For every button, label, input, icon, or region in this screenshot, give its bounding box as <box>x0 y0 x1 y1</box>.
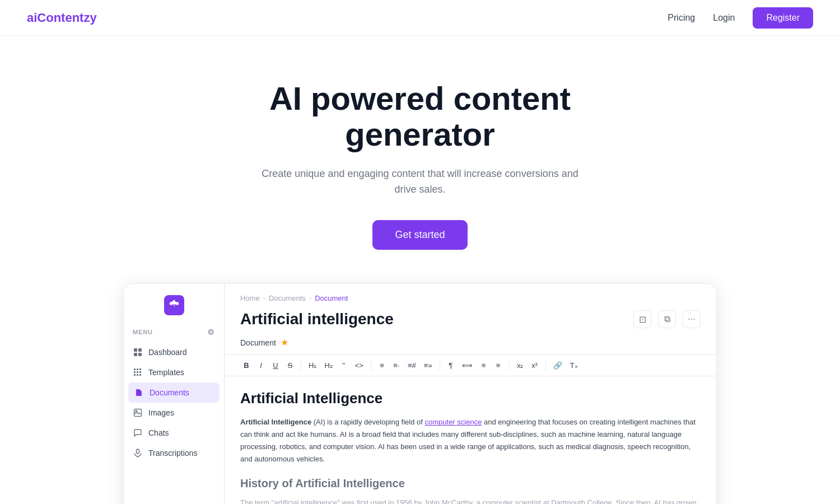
tb-subscript[interactable]: x₂ <box>514 360 526 371</box>
sidebar-item-label-transcriptions: Transcriptions <box>148 449 197 458</box>
login-link[interactable]: Login <box>713 13 735 23</box>
images-icon <box>133 408 143 418</box>
tb-quote[interactable]: " <box>338 360 350 371</box>
svg-rect-1 <box>138 348 142 352</box>
tb-list-ol[interactable]: ≡· <box>390 360 403 371</box>
svg-rect-2 <box>134 353 137 356</box>
hero-title: AI powered content generator <box>196 81 644 152</box>
get-started-button[interactable]: Get started <box>372 220 467 250</box>
tb-strikethrough[interactable]: S <box>284 360 296 371</box>
editor-p1-bold: Artificial Intelligence <box>240 418 311 426</box>
sidebar-logo <box>124 295 224 325</box>
tb-list-num[interactable]: ≡# <box>405 360 419 371</box>
sidebar-item-images[interactable]: Images <box>124 403 224 423</box>
tb-superscript[interactable]: x² <box>529 360 541 371</box>
preview-wrapper: MENU ⚙ Dashboard Templates Documents <box>0 283 840 504</box>
editor-p1-link[interactable]: computer science <box>425 418 482 426</box>
logo-icon <box>164 295 184 315</box>
transcriptions-icon <box>133 448 143 458</box>
main-content: Home › Documents › Document Artificial i… <box>225 284 716 504</box>
tb-code[interactable]: <> <box>352 360 366 371</box>
editor-h2: History of Artificial Intelligence <box>240 477 701 490</box>
tb-sep-2 <box>371 361 371 371</box>
dashboard-icon <box>133 347 143 357</box>
tb-format-clear[interactable]: Tₓ <box>567 360 581 371</box>
svg-rect-6 <box>139 368 141 370</box>
sidebar-item-documents[interactable]: Documents <box>128 382 220 403</box>
svg-rect-4 <box>134 368 136 370</box>
gear-logo-icon <box>168 299 180 311</box>
tb-underline[interactable]: U <box>269 360 282 371</box>
bc-home[interactable]: Home <box>240 294 260 302</box>
editor-p1-intro: (AI) is a rapidly developing field of <box>314 418 425 426</box>
sidebar-item-dashboard[interactable]: Dashboard <box>124 342 224 362</box>
svg-rect-3 <box>138 353 142 356</box>
tb-list-ul[interactable]: ≡ <box>376 360 388 371</box>
sidebar-item-transcriptions[interactable]: Transcriptions <box>124 443 224 463</box>
hero-section: AI powered content generator Create uniq… <box>0 36 840 283</box>
svg-rect-12 <box>139 374 141 376</box>
doc-header: Artificial intelligence ⊡ ⧉ ··· <box>225 308 716 337</box>
tb-align-right[interactable]: ≡ <box>492 360 505 371</box>
sidebar-menu-label: MENU ⚙ <box>124 325 224 342</box>
sidebar-item-label-documents: Documents <box>150 388 189 397</box>
svg-rect-10 <box>134 374 136 376</box>
chats-icon <box>133 428 143 438</box>
tb-align-left[interactable]: ⟺ <box>459 360 475 371</box>
svg-rect-8 <box>137 371 138 373</box>
more-action-button[interactable]: ··· <box>683 310 701 328</box>
tb-link[interactable]: 🔗 <box>550 360 565 371</box>
editor-toolbar: B I U S H₁ H₂ " <> ≡ ≡· ≡# ≡» ¶ ⟺ ≡ ≡ <box>225 354 716 376</box>
editor-body[interactable]: Artificial Intelligence Artificial Intel… <box>225 376 716 504</box>
register-button[interactable]: Register <box>753 7 813 29</box>
doc-tab-row: Document ★ <box>225 337 716 354</box>
nav-right: Pricing Login Register <box>668 7 813 29</box>
doc-title: Artificial intelligence <box>240 310 394 328</box>
bc-documents[interactable]: Documents <box>269 294 306 302</box>
sidebar-item-templates[interactable]: Templates <box>124 362 224 382</box>
sidebar-item-label-templates: Templates <box>148 368 184 377</box>
svg-rect-11 <box>137 374 138 376</box>
tb-sep-1 <box>301 361 301 371</box>
templates-icon <box>133 367 143 377</box>
sidebar: MENU ⚙ Dashboard Templates Documents <box>124 284 225 504</box>
svg-rect-9 <box>139 371 141 373</box>
tb-sep-5 <box>545 361 546 371</box>
svg-rect-13 <box>134 409 142 417</box>
save-action-button[interactable]: ⊡ <box>633 310 651 328</box>
tb-h2[interactable]: H₂ <box>321 360 335 371</box>
tb-bold[interactable]: B <box>240 360 253 371</box>
bc-sep-1: › <box>263 294 265 302</box>
sidebar-item-label-dashboard: Dashboard <box>148 348 187 357</box>
tb-align-center[interactable]: ≡ <box>478 360 490 371</box>
bc-current: Document <box>315 294 348 302</box>
copy-action-button[interactable]: ⧉ <box>658 310 676 328</box>
tb-sep-4 <box>509 361 510 371</box>
nav-logo: aiContentzy <box>27 11 97 25</box>
svg-rect-0 <box>134 348 137 352</box>
editor-p1: Artificial Intelligence (AI) is a rapidl… <box>240 416 701 465</box>
documents-icon <box>134 388 144 398</box>
sidebar-item-label-images: Images <box>148 408 174 417</box>
tb-h1[interactable]: H₁ <box>306 360 319 371</box>
tb-italic[interactable]: I <box>255 360 267 371</box>
tb-paragraph[interactable]: ¶ <box>445 360 457 371</box>
editor-p2: The term "artificial intelligence" was f… <box>240 497 701 504</box>
hero-subtitle: Create unique and engaging content that … <box>252 166 588 198</box>
sidebar-item-chats[interactable]: Chats <box>124 423 224 443</box>
app-preview: MENU ⚙ Dashboard Templates Documents <box>123 283 717 504</box>
tb-indent[interactable]: ≡» <box>421 360 435 371</box>
doc-tab-label[interactable]: Document <box>240 338 276 347</box>
navbar: aiContentzy Pricing Login Register <box>0 0 840 36</box>
svg-rect-5 <box>137 368 138 370</box>
editor-h1: Artificial Intelligence <box>240 390 701 407</box>
doc-actions: ⊡ ⧉ ··· <box>633 310 701 328</box>
breadcrumb: Home › Documents › Document <box>225 284 716 308</box>
svg-rect-15 <box>137 449 139 454</box>
doc-tab-star[interactable]: ★ <box>281 337 288 348</box>
settings-gear-icon[interactable]: ⚙ <box>207 328 215 337</box>
pricing-link[interactable]: Pricing <box>668 13 695 23</box>
bc-sep-2: › <box>309 294 311 302</box>
sidebar-item-label-chats: Chats <box>148 428 169 437</box>
tb-sep-3 <box>440 361 440 371</box>
